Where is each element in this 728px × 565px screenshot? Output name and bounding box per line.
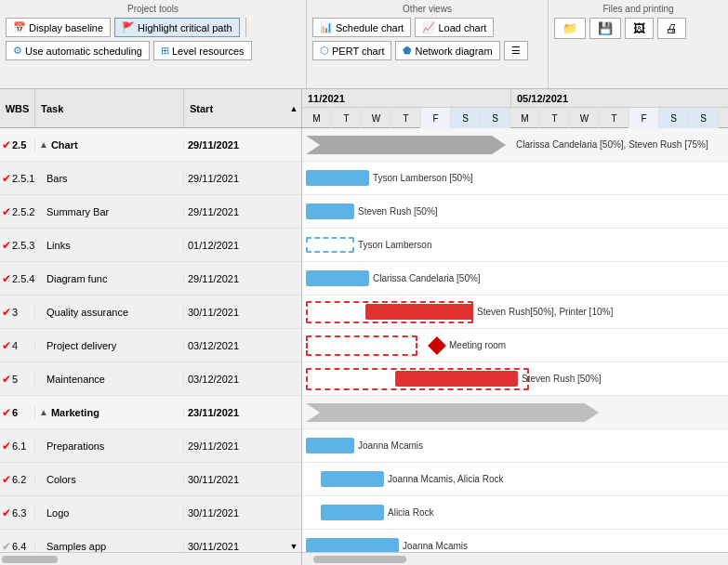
cell-start: 29/11/2021: [184, 206, 286, 217]
auto-scheduling-button[interactable]: ⚙ Use automatic scheduling: [6, 41, 150, 60]
table-row: ✔ 6.1 Preparations 29/11/2021: [0, 429, 301, 463]
check-mark: ✔: [2, 339, 11, 352]
gantt-row: Clarissa Candelaria [50%], Steven Rush […: [302, 128, 728, 162]
gantt-bar-red-2: [395, 371, 518, 387]
gantt-row: Joanna Mcamis: [302, 530, 728, 552]
cell-start: 23/11/2021: [184, 407, 286, 418]
highlight-critical-label: Highlight critical path: [138, 22, 232, 33]
gantt-hscroll[interactable]: [302, 552, 728, 565]
gantt-day: M: [302, 108, 332, 128]
gantt-row: Steven Rush[50%], Printer [10%]: [302, 296, 728, 329]
cell-start: 29/11/2021: [184, 440, 286, 452]
col-header-wbs: WBS: [0, 89, 35, 127]
pert-chart-button[interactable]: ⬡ PERT chart: [312, 41, 391, 60]
gantt-bar-blue-colors: [321, 471, 384, 487]
gantt-row: [302, 396, 728, 429]
folder-button[interactable]: 📁: [554, 18, 586, 39]
check-mark: ✔: [2, 138, 11, 151]
wbs-value: 2.5: [12, 139, 26, 151]
collapse-icon[interactable]: ▲: [39, 407, 48, 417]
list-view-button[interactable]: ☰: [504, 41, 528, 60]
gantt-row: Tyson Lamberson: [302, 229, 728, 262]
gantt-chart: 11/2021 05/12/2021 M T W T F S S M T W T: [302, 89, 728, 565]
gantt-day: M: [510, 108, 540, 128]
cell-start: 03/12/2021: [184, 340, 286, 351]
gantt-row: Joanna Mcamis, Alicia Rock: [302, 463, 728, 496]
gantt-label: Steven Rush[50%], Printer [10%]: [477, 307, 613, 317]
network-diagram-button[interactable]: ⬟ Network diagram: [395, 41, 499, 60]
cell-start: 30/11/2021: [184, 307, 286, 318]
gantt-day: T: [391, 108, 421, 128]
gantt-row: Alicia Rock: [302, 496, 728, 530]
schedule-chart-label: Schedule chart: [336, 22, 404, 33]
wbs-value: 2.5.2: [12, 206, 34, 217]
table-row: ✔ 3 Quality assurance 30/11/2021: [0, 296, 301, 329]
cell-task: ▲ Chart: [35, 139, 184, 151]
wbs-value: 2.5.3: [12, 240, 34, 251]
gantt-label: Joanna Mcamis: [358, 440, 423, 451]
image-button[interactable]: 🖼: [625, 18, 654, 39]
cell-task: Maintenance: [35, 374, 184, 385]
save-button[interactable]: 💾: [589, 18, 621, 39]
gantt-body: Clarissa Candelaria [50%], Steven Rush […: [302, 128, 728, 552]
table-row: ✔ 2.5.2 Summary Bar 29/11/2021: [0, 195, 301, 229]
gantt-row: Joanna Mcamis: [302, 429, 728, 463]
load-icon: 📈: [422, 21, 435, 33]
collapse-icon[interactable]: ▲: [39, 139, 48, 150]
scroll-up-button[interactable]: ▲: [286, 89, 301, 127]
gantt-row: Clarissa Candelaria [50%]: [302, 262, 728, 296]
diamond-milestone: [428, 336, 446, 355]
level-resources-button[interactable]: ⊞ Level resources: [153, 41, 252, 60]
cell-wbs: ✔ 2.5.2: [0, 205, 35, 218]
check-mark: ✔: [2, 440, 11, 453]
level-resources-label: Level resources: [172, 46, 245, 57]
gantt-month-dec: 05/12/2021: [511, 89, 728, 107]
toolbar-other-views: Other views 📊 Schedule chart 📈 Load char…: [307, 0, 549, 88]
schedule-chart-button[interactable]: 📊 Schedule chart: [312, 18, 411, 37]
print-button[interactable]: 🖨: [657, 18, 686, 39]
highlight-critical-button[interactable]: 🚩 Highlight critical path: [114, 18, 240, 37]
gantt-bar-blue: [306, 270, 369, 286]
gantt-label: Tyson Lamberson [50%]: [373, 173, 473, 183]
table-hscroll[interactable]: [0, 552, 301, 565]
cell-task: ▲ Marketing: [35, 407, 184, 418]
table-row: ✔ 6.4 Samples app 30/11/2021 ▼: [0, 530, 301, 552]
network-diagram-label: Network diagram: [415, 46, 492, 57]
gantt-label: Steven Rush [50%]: [358, 206, 438, 217]
gantt-row: Tyson Lamberson [50%]: [302, 162, 728, 195]
other-views-title: Other views: [312, 4, 542, 14]
gantt-row: Steven Rush [50%]: [302, 362, 728, 396]
scroll-down-icon[interactable]: ▼: [286, 542, 301, 551]
gantt-row: Steven Rush [50%]: [302, 195, 728, 229]
cell-task: Bars: [35, 173, 184, 184]
display-baseline-button[interactable]: 📅 Display baseline: [6, 18, 111, 37]
gantt-day: S: [481, 108, 510, 128]
col-header-start: Start: [184, 89, 286, 127]
flag-icon: 🚩: [122, 21, 135, 33]
table-row: ✔ 6.2 Colors 30/11/2021: [0, 463, 301, 496]
auto-sched-icon: ⚙: [13, 45, 22, 57]
cell-start: 30/11/2021: [184, 541, 286, 552]
cell-wbs: ✔ 6.3: [0, 506, 35, 519]
table-row: ✔ 2.5.3 Links 01/12/2021: [0, 229, 301, 262]
gantt-day: F: [421, 108, 451, 128]
gantt-day: S: [659, 108, 689, 128]
gantt-day: S: [689, 108, 719, 128]
cell-task: Preparations: [35, 440, 184, 452]
group-bar-arrow-marketing: [306, 403, 603, 422]
table-row: ✔ 4 Project delivery 03/12/2021: [0, 329, 301, 362]
cell-wbs: ✔ 4: [0, 339, 35, 352]
svg-marker-0: [306, 136, 506, 154]
load-chart-button[interactable]: 📈 Load chart: [415, 18, 494, 37]
gantt-months-row: 11/2021 05/12/2021: [302, 89, 728, 108]
wbs-value: 2.5.1: [12, 173, 34, 184]
cell-start: 29/11/2021: [184, 273, 286, 284]
cell-task: Diagram func: [35, 273, 184, 284]
col-header-task: Task: [35, 89, 184, 127]
cell-wbs: ✔ 2.5: [0, 138, 35, 151]
gantt-header: 11/2021 05/12/2021 M T W T F S S M T W T: [302, 89, 728, 128]
table-row: ✔ 6.3 Logo 30/11/2021: [0, 496, 301, 530]
cell-task: Summary Bar: [35, 206, 184, 217]
calendar-icon: 📅: [13, 21, 26, 33]
cell-start: 30/11/2021: [184, 507, 286, 519]
